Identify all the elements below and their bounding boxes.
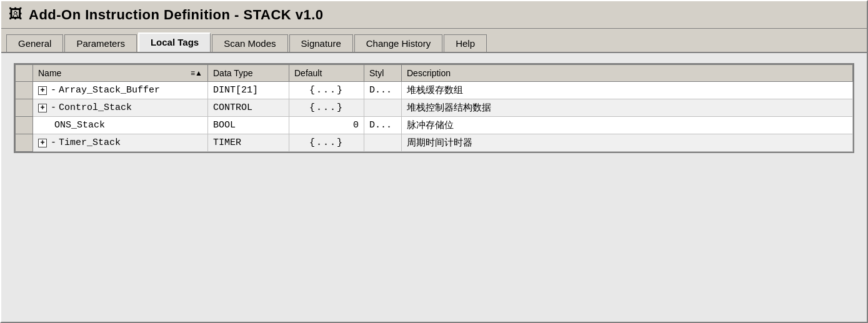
- name-cell[interactable]: +-Control_Stack: [33, 99, 208, 117]
- default-cell: {...}: [289, 134, 364, 152]
- data-table: Name ≡▲ Data Type Default: [15, 64, 853, 152]
- col-header-indicator: [16, 65, 33, 82]
- data-type-cell: CONTROL: [208, 99, 289, 117]
- style-cell: D...: [364, 82, 402, 99]
- row-indicator-cell: [16, 117, 33, 134]
- col-header-description[interactable]: Description: [402, 65, 853, 82]
- tab-parameters[interactable]: Parameters: [64, 34, 137, 52]
- window-icon: 🖼: [9, 6, 22, 23]
- name-cell[interactable]: +-Timer_Stack: [33, 134, 208, 152]
- table-row[interactable]: ONS_StackBOOL0D...脉冲存储位: [16, 117, 853, 134]
- tab-scan-modes[interactable]: Scan Modes: [212, 34, 287, 52]
- tab-signature[interactable]: Signature: [289, 34, 353, 52]
- default-cell: {...}: [289, 99, 364, 117]
- expand-icon[interactable]: +: [38, 139, 47, 147]
- row-name: Timer_Stack: [59, 137, 121, 148]
- data-type-cell: DINT[21]: [208, 82, 289, 99]
- title-bar: 🖼 Add-On Instruction Definition - STACK …: [1, 1, 867, 29]
- row-name: Control_Stack: [59, 102, 132, 113]
- style-cell: [364, 99, 402, 117]
- default-cell: {...}: [289, 82, 364, 99]
- description-cell: 堆栈缓存数组: [402, 82, 853, 99]
- data-type-cell: BOOL: [208, 117, 289, 134]
- table-row[interactable]: +-Timer_StackTIMER{...}周期时间计时器: [16, 134, 853, 152]
- expand-icon[interactable]: +: [38, 86, 47, 95]
- expand-icon[interactable]: +: [38, 104, 47, 112]
- name-cell[interactable]: ONS_Stack: [33, 117, 208, 134]
- main-window: 🖼 Add-On Instruction Definition - STACK …: [0, 0, 868, 323]
- col-header-style[interactable]: Styl: [364, 65, 402, 82]
- table-header-row: Name ≡▲ Data Type Default: [16, 65, 853, 82]
- table-row[interactable]: +-Control_StackCONTROL{...}堆栈控制器结构数据: [16, 99, 853, 117]
- row-name: ONS_Stack: [54, 120, 105, 131]
- col-header-datatype[interactable]: Data Type: [208, 65, 289, 82]
- tab-change-history[interactable]: Change History: [354, 34, 442, 52]
- col-header-name[interactable]: Name ≡▲: [33, 65, 208, 82]
- description-cell: 堆栈控制器结构数据: [402, 99, 853, 117]
- row-name: Array_Stack_Buffer: [59, 85, 160, 96]
- style-cell: [364, 134, 402, 152]
- window-title: Add-On Instruction Definition - STACK v1…: [29, 7, 324, 23]
- data-type-cell: TIMER: [208, 134, 289, 152]
- content-area: Name ≡▲ Data Type Default: [1, 52, 867, 322]
- table-row[interactable]: +-Array_Stack_BufferDINT[21]{...}D...堆栈缓…: [16, 82, 853, 99]
- row-indicator-cell: [16, 82, 33, 99]
- tab-bar: General Parameters Local Tags Scan Modes…: [1, 29, 867, 52]
- sort-icon: ≡▲: [191, 69, 202, 77]
- row-indicator-cell: [16, 99, 33, 117]
- name-cell[interactable]: +-Array_Stack_Buffer: [33, 82, 208, 99]
- tab-help[interactable]: Help: [444, 34, 487, 52]
- style-cell: D...: [364, 117, 402, 134]
- col-header-default[interactable]: Default: [289, 65, 364, 82]
- row-indicator-cell: [16, 134, 33, 152]
- tab-local-tags[interactable]: Local Tags: [138, 32, 211, 52]
- description-cell: 脉冲存储位: [402, 117, 853, 134]
- data-table-container: Name ≡▲ Data Type Default: [14, 63, 854, 153]
- default-cell: 0: [289, 117, 364, 134]
- description-cell: 周期时间计时器: [402, 134, 853, 152]
- tab-general[interactable]: General: [6, 34, 63, 52]
